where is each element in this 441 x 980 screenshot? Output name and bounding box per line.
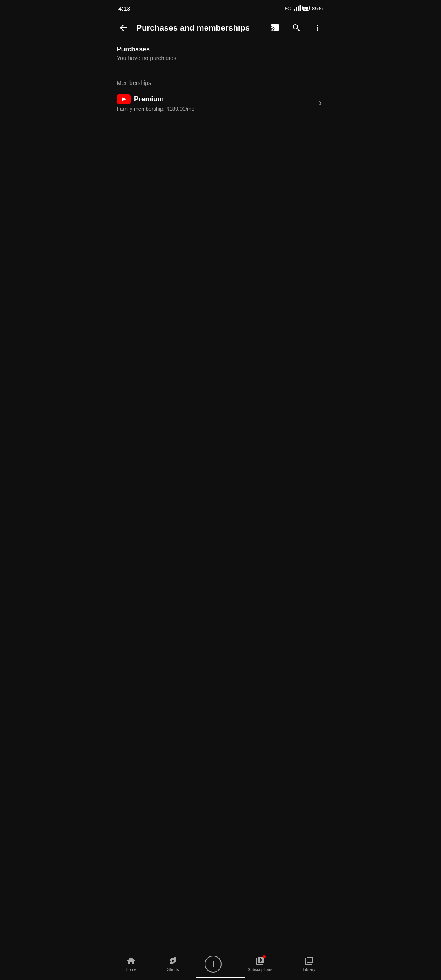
section-divider bbox=[110, 71, 331, 71]
more-options-button[interactable] bbox=[311, 21, 324, 34]
membership-logo-row: Premium bbox=[117, 94, 194, 104]
svg-rect-6 bbox=[309, 7, 310, 9]
status-bar: 4:13 5G⁺ 🔌 86% bbox=[110, 0, 331, 16]
svg-rect-3 bbox=[298, 6, 299, 11]
premium-membership-item[interactable]: Premium Family membership: ₹189.00/mo bbox=[110, 89, 331, 117]
svg-rect-2 bbox=[296, 7, 297, 11]
page-title: Purchases and memberships bbox=[136, 23, 262, 33]
battery-percent: 86% bbox=[312, 5, 323, 11]
app-bar: Purchases and memberships bbox=[110, 16, 331, 39]
purchases-empty-text: You have no purchases bbox=[117, 55, 324, 61]
main-content: Purchases You have no purchases Membersh… bbox=[110, 39, 331, 117]
wifi-icon bbox=[294, 5, 301, 11]
search-button[interactable] bbox=[290, 21, 303, 34]
svg-text:🔌: 🔌 bbox=[303, 7, 307, 11]
back-button[interactable] bbox=[117, 21, 130, 34]
svg-rect-4 bbox=[299, 5, 301, 11]
chevron-right-icon bbox=[316, 99, 324, 107]
purchases-title: Purchases bbox=[117, 46, 324, 53]
status-icons: 5G⁺ 🔌 86% bbox=[285, 5, 323, 11]
premium-label: Premium bbox=[134, 95, 164, 103]
status-time: 4:13 bbox=[118, 5, 130, 12]
svg-text:5G⁺: 5G⁺ bbox=[285, 6, 292, 11]
cast-button[interactable] bbox=[269, 21, 282, 34]
purchases-section: Purchases You have no purchases bbox=[110, 39, 331, 68]
app-bar-actions bbox=[269, 21, 324, 34]
signal-icon: 5G⁺ bbox=[285, 5, 292, 11]
membership-detail: Family membership: ₹189.00/mo bbox=[117, 106, 194, 112]
youtube-logo-icon bbox=[117, 94, 131, 104]
membership-info: Premium Family membership: ₹189.00/mo bbox=[117, 94, 194, 112]
battery-icon: 🔌 bbox=[302, 6, 310, 11]
svg-rect-1 bbox=[294, 9, 295, 11]
memberships-label: Memberships bbox=[110, 75, 331, 89]
